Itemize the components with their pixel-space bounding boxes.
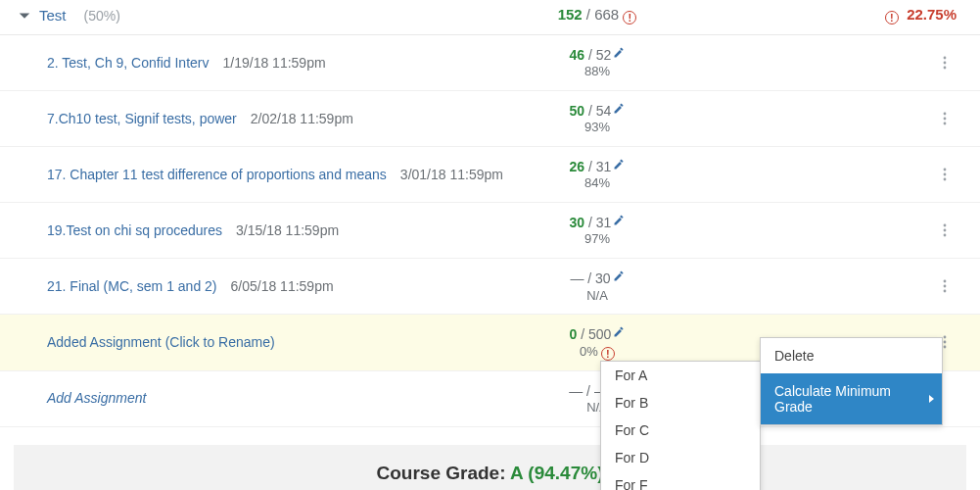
submenu-for-c[interactable]: For C (601, 416, 760, 444)
svg-point-2 (944, 67, 947, 70)
svg-point-6 (944, 169, 947, 172)
svg-point-8 (944, 178, 947, 181)
svg-point-16 (944, 341, 947, 344)
minimum-grade-submenu[interactable]: For A For B For C For D For F (600, 361, 761, 490)
pencil-icon[interactable] (613, 213, 625, 224)
assignment-score: 26 / 3184% (509, 157, 685, 192)
svg-point-7 (944, 173, 947, 176)
menu-calculate-minimum-grade[interactable]: Calculate Minimum Grade (761, 373, 942, 424)
category-weight: (50%) (84, 8, 120, 24)
svg-point-5 (944, 122, 947, 125)
category-header[interactable]: Test (50%) 152 / 668 ! ! 22.75% (0, 0, 980, 35)
row-context-menu[interactable]: Delete Calculate Minimum Grade (760, 337, 943, 425)
assignment-date: 3/15/18 11:59pm (236, 222, 339, 238)
assignment-score: 0 / 5000%! (509, 324, 685, 360)
category-points: 152 / 668 ! (509, 6, 685, 24)
pencil-icon[interactable] (613, 101, 625, 113)
assignment-score: — / 30N/A (509, 269, 685, 304)
svg-point-0 (944, 57, 947, 60)
svg-point-3 (944, 113, 947, 116)
chevron-right-icon (929, 395, 934, 403)
svg-point-15 (944, 336, 947, 339)
chevron-down-icon (18, 9, 31, 23)
svg-point-17 (944, 346, 947, 349)
row-actions-button[interactable] (933, 163, 957, 186)
submenu-for-f[interactable]: For F (601, 471, 760, 490)
alert-icon: ! (601, 347, 615, 361)
svg-point-10 (944, 229, 947, 232)
assignment-date: 6/05/18 11:59pm (231, 278, 334, 294)
add-assignment-link[interactable]: Add Assignment (47, 390, 146, 406)
assignment-row: 7.Ch10 test, Signif tests, power2/02/18 … (0, 91, 980, 147)
submenu-for-d[interactable]: For D (601, 444, 760, 471)
assignment-date: 2/02/18 11:59pm (251, 111, 353, 126)
assignment-name-link[interactable]: 7.Ch10 test, Signif tests, power (47, 111, 237, 126)
svg-point-12 (944, 280, 947, 283)
svg-point-1 (944, 62, 947, 65)
assignment-date: 1/19/18 11:59pm (223, 55, 326, 71)
category-percent: ! 22.75% (685, 6, 980, 24)
row-actions-button[interactable] (933, 219, 957, 242)
svg-point-13 (944, 285, 947, 288)
submenu-for-a[interactable]: For A (601, 362, 760, 389)
assignment-row: 19.Test on chi sq procedures3/15/18 11:5… (0, 203, 980, 259)
assignment-date: 3/01/18 11:59pm (400, 167, 503, 182)
pencil-icon[interactable] (613, 324, 625, 336)
alert-icon: ! (623, 11, 636, 24)
menu-delete[interactable]: Delete (761, 338, 942, 373)
pencil-icon[interactable] (613, 45, 625, 57)
assignment-score: 46 / 5288% (509, 45, 685, 80)
alert-icon: ! (885, 11, 899, 24)
assignment-row: 2. Test, Ch 9, Confid Interv1/19/18 11:5… (0, 35, 980, 91)
svg-point-11 (944, 234, 947, 237)
svg-point-9 (944, 224, 947, 227)
row-actions-button[interactable] (933, 274, 957, 298)
svg-point-14 (944, 290, 947, 293)
assignment-name-link[interactable]: 17. Chapter 11 test difference of propor… (47, 167, 387, 182)
assignment-name-link[interactable]: 2. Test, Ch 9, Confid Interv (47, 55, 210, 71)
course-grade: Course Grade: A (94.47%) (14, 445, 966, 490)
svg-point-4 (944, 118, 947, 121)
assignment-row: 21. Final (MC, sem 1 and 2)6/05/18 11:59… (0, 259, 980, 315)
pencil-icon[interactable] (613, 269, 625, 280)
assignment-name-link[interactable]: Added Assignment (Click to Rename) (47, 334, 275, 350)
assignment-score: 50 / 5493% (509, 101, 685, 136)
assignment-name-link[interactable]: 21. Final (MC, sem 1 and 2) (47, 278, 217, 294)
row-actions-button[interactable] (933, 107, 957, 130)
assignment-score: 30 / 3197% (509, 213, 685, 248)
assignment-name-link[interactable]: 19.Test on chi sq procedures (47, 222, 222, 238)
row-actions-button[interactable] (933, 51, 957, 74)
submenu-for-b[interactable]: For B (601, 389, 760, 416)
category-name[interactable]: Test (39, 7, 67, 24)
pencil-icon[interactable] (613, 157, 625, 169)
assignment-row: 17. Chapter 11 test difference of propor… (0, 147, 980, 203)
